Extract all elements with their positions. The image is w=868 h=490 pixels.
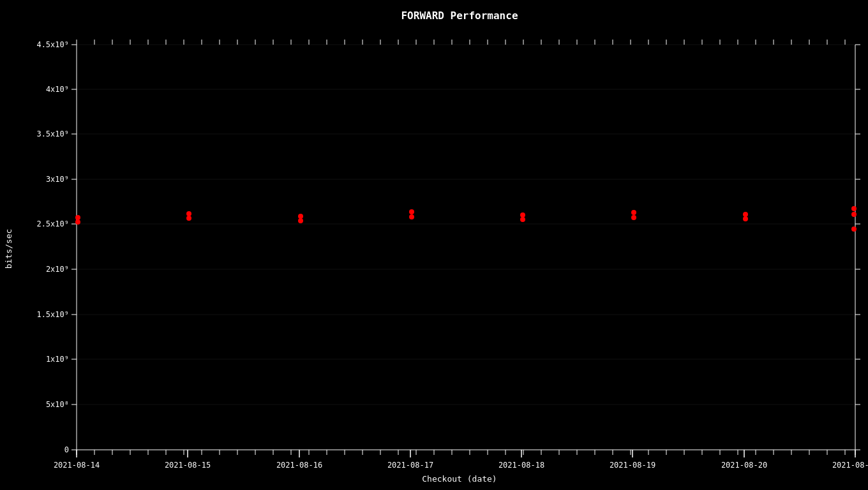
y-tick-label: 2x10⁹: [46, 265, 69, 274]
x-tick-label: 2021-08-20: [721, 461, 767, 470]
performance-chart: FORWARD Performance bits/sec Checkout (d…: [0, 0, 868, 490]
data-point: [409, 209, 414, 214]
x-axis-label: Checkout (date): [422, 474, 497, 484]
y-tick-label: 1.5x10⁹: [36, 310, 69, 319]
y-tick-label: 4x10⁹: [46, 85, 69, 94]
x-tick-label: 2021-08-18: [498, 461, 544, 470]
data-point: [186, 216, 191, 221]
data-point: [520, 217, 525, 222]
x-tick-label: 2021-08-15: [165, 461, 211, 470]
data-point: [851, 226, 857, 232]
x-tick-label: 2021-08-21: [832, 461, 868, 470]
chart-container: FORWARD Performance bits/sec Checkout (d…: [0, 0, 868, 490]
y-tick-label: 5x10⁸: [46, 400, 69, 409]
chart-title: FORWARD Performance: [401, 10, 518, 22]
data-point: [186, 211, 191, 216]
y-tick-label: 0: [64, 445, 69, 454]
data-point: [631, 210, 636, 215]
data-point: [631, 215, 636, 220]
x-tick-label: 2021-08-16: [276, 461, 322, 470]
data-point: [75, 219, 80, 225]
data-point: [298, 214, 303, 219]
data-point: [520, 212, 525, 218]
y-tick-label: 3.5x10⁹: [36, 130, 69, 138]
data-point: [743, 216, 748, 221]
y-tick-label: 2.5x10⁹: [36, 219, 69, 228]
x-tick-label: 2021-08-17: [387, 461, 433, 470]
y-axis-label: bits/sec: [4, 229, 13, 269]
y-tick-label: 3x10⁹: [46, 175, 69, 184]
data-point: [298, 218, 303, 223]
y-tick-label: 1x10⁹: [46, 355, 69, 364]
data-point: [743, 212, 748, 217]
x-tick-label: 2021-08-14: [54, 461, 100, 470]
data-point: [851, 212, 857, 217]
x-tick-label: 2021-08-19: [610, 461, 655, 470]
data-point: [409, 214, 414, 219]
y-tick-label: 4.5x10⁹: [36, 40, 69, 49]
svg-rect-0: [0, 0, 868, 490]
data-point: [851, 206, 857, 211]
data-point: [75, 215, 80, 220]
